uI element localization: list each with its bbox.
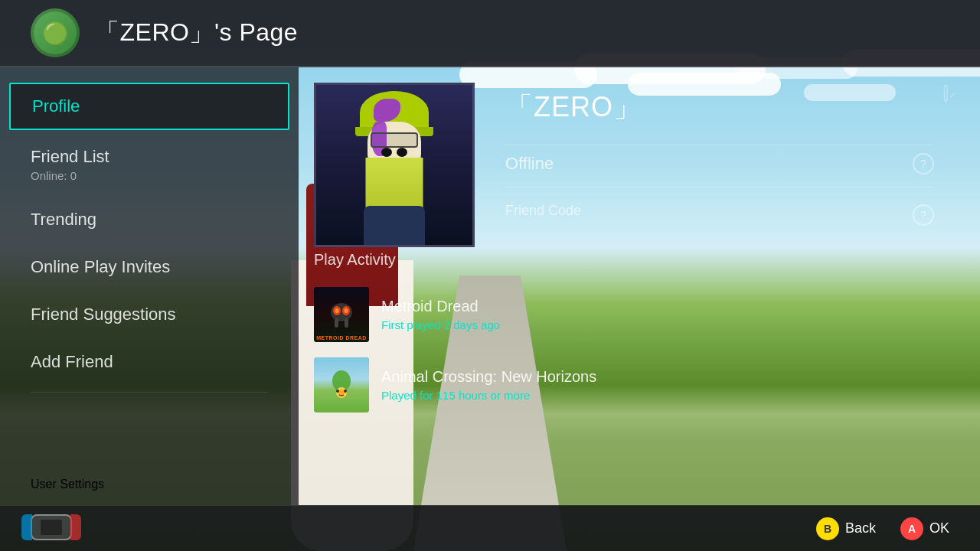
sidebar-item-add-friend[interactable]: Add Friend (0, 338, 299, 386)
main-content: 「ZERO」 Offline ? Friend Code ? Pla (299, 67, 980, 505)
back-button[interactable]: B Back (816, 517, 876, 540)
ok-label: OK (929, 520, 949, 536)
sidebar-item-user-settings[interactable]: User Settings (0, 464, 299, 505)
switch-right-joycon (70, 514, 81, 540)
sidebar-item-online-play-label: Online Play Invites (31, 257, 170, 276)
sidebar-item-profile-label: Profile (32, 96, 80, 116)
svg-point-11 (344, 390, 347, 393)
friend-code-help-icon[interactable]: ? (913, 204, 934, 226)
profile-divider-top (505, 145, 934, 145)
avatar-icon: 🟢 (34, 11, 77, 54)
ink-splat-hat (374, 99, 400, 122)
sidebar-item-friend-list-label: Friend List (31, 147, 109, 166)
profile-status-row: Offline ? (505, 153, 934, 174)
sidebar-item-trending[interactable]: Trending (0, 196, 299, 243)
game-item-acnh[interactable]: Animal Crossing: New Horizons Played for… (314, 353, 934, 417)
sidebar-item-friend-list[interactable]: Friend List Online: 0 (0, 133, 299, 196)
profile-divider-mid (505, 187, 934, 187)
switch-body (31, 514, 72, 540)
acnh-info: Animal Crossing: New Horizons Played for… (381, 368, 934, 402)
sidebar-item-profile[interactable]: Profile (9, 83, 289, 130)
sidebar-item-trending-label: Trending (31, 210, 96, 229)
back-label: Back (845, 520, 876, 536)
sidebar-item-friend-suggestions-label: Friend Suggestions (31, 305, 176, 324)
profile-status-text: Offline (505, 154, 554, 174)
metroid-title: Metroid Dread (381, 298, 934, 315)
switch-screen (41, 520, 62, 535)
svg-point-10 (336, 390, 339, 393)
sidebar-item-friend-suggestions[interactable]: Friend Suggestions (0, 291, 299, 338)
b-button-icon: B (816, 517, 839, 540)
inkling-body (364, 206, 425, 247)
status-help-icon[interactable]: ? (913, 153, 934, 174)
acnh-subtitle: Played for 115 hours or more (381, 389, 934, 402)
sidebar-item-friend-list-sub: Online: 0 (31, 169, 268, 182)
svg-point-6 (345, 308, 348, 313)
inkling-glasses (371, 132, 418, 148)
play-activity-section: Play Activity METROID DREAD Metroid Dre (314, 251, 934, 423)
switch-left-joycon (21, 514, 32, 540)
a-button-icon: A (900, 517, 923, 540)
metroid-thumbnail: METROID DREAD (314, 287, 369, 342)
svg-point-5 (335, 308, 339, 313)
header: 🟢 「ZERO」's Page (0, 0, 980, 67)
svg-rect-2 (345, 318, 348, 328)
inkling-eye-left (381, 148, 392, 157)
sidebar: Profile Friend List Online: 0 Trending O… (0, 67, 299, 505)
sidebar-divider (31, 392, 268, 393)
friend-code-label: Friend Code (505, 203, 581, 219)
header-title: 「ZERO」's Page (95, 16, 298, 50)
profile-username: 「ZERO」 (505, 89, 934, 126)
acnh-thumbnail (314, 357, 369, 412)
metroid-info: Metroid Dread First played 2 days ago (381, 298, 934, 331)
profile-avatar (314, 83, 475, 247)
question-mark: ? (920, 158, 926, 170)
sidebar-item-user-settings-label: User Settings (31, 478, 104, 491)
ok-button[interactable]: A OK (900, 517, 949, 540)
profile-friend-code-row: Friend Code ? (505, 195, 934, 226)
profile-section: 「ZERO」 Offline ? Friend Code ? (299, 67, 980, 262)
header-avatar: 🟢 (31, 8, 80, 57)
acnh-title: Animal Crossing: New Horizons (381, 368, 934, 386)
inkling-art (316, 85, 472, 245)
game-item-metroid[interactable]: METROID DREAD Metroid Dread First played… (314, 282, 934, 347)
metroid-subtitle: First played 2 days ago (381, 318, 934, 331)
sidebar-item-online-play[interactable]: Online Play Invites (0, 243, 299, 291)
play-activity-title: Play Activity (314, 251, 934, 273)
question-mark-2: ? (920, 209, 926, 221)
svg-rect-1 (335, 318, 338, 328)
profile-info: 「ZERO」 Offline ? Friend Code ? (505, 83, 934, 226)
sidebar-item-add-friend-label: Add Friend (31, 352, 113, 371)
switch-console-icon (31, 514, 72, 540)
inkling-eye-right (397, 148, 407, 157)
bottom-bar: B Back A OK (0, 505, 980, 551)
